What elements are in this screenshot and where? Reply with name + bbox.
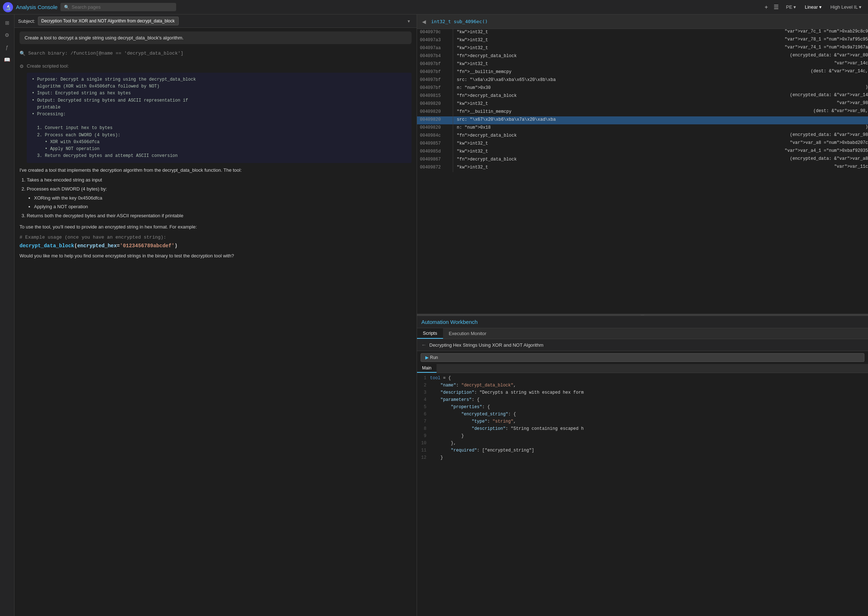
disasm-row[interactable]: 0040979c"kw">int32_t "var">var_7c_1 = "n… bbox=[417, 29, 868, 37]
search-bar[interactable]: 🔍 bbox=[60, 3, 176, 11]
view-tab-pe[interactable]: PE ▾ bbox=[782, 3, 800, 11]
sidebar-icon-grid[interactable]: ⊞ bbox=[2, 17, 13, 28]
line-number: 11 bbox=[417, 448, 430, 454]
subject-select[interactable]: Decryption Tool for XOR and NOT Algorith… bbox=[38, 17, 179, 25]
code-line: 5 "properties": { bbox=[417, 404, 868, 412]
sidebar-icons: ⊞ ⚙ ƒ 📖 bbox=[0, 14, 14, 616]
search-icon: 🔍 bbox=[64, 5, 69, 10]
line-code: tool = { bbox=[430, 376, 868, 382]
disasm-addr: 0040979c bbox=[417, 29, 453, 37]
disasm-row[interactable]: 004097a3"kw">int32_t "var">var_78_1 = "n… bbox=[417, 37, 868, 45]
search-input[interactable] bbox=[72, 4, 173, 10]
disasm-code-text: "kw">int32_t bbox=[453, 101, 837, 108]
disasm-row[interactable]: 004097bf src: "\x6a\x20\xa6\xba\x65\x20\… bbox=[417, 77, 868, 85]
disasm-row[interactable]: 00409820"kw">int32_t "var">var_98 bbox=[417, 101, 868, 108]
disasm-code-text: "kw">int32_t bbox=[453, 37, 785, 45]
disasm-row[interactable]: 004097aa"kw">int32_t "var">var_74_1 = "n… bbox=[417, 45, 868, 53]
play-icon: ▶ bbox=[425, 355, 429, 360]
tab-scripts[interactable]: Scripts bbox=[417, 328, 443, 339]
disasm-addr: 004097bf bbox=[417, 77, 453, 85]
disasm-addr: 0040985d bbox=[417, 148, 453, 156]
param-name: encrypted_hex bbox=[77, 243, 117, 249]
line-number: 9 bbox=[417, 434, 430, 440]
disasm-row[interactable]: 004097b4"fn">decrypt_data_block(encrypte… bbox=[417, 53, 868, 61]
func-name: decrypt_data_block bbox=[19, 243, 74, 249]
line-code: } bbox=[430, 434, 868, 440]
disasm-addr: 004097b4 bbox=[417, 53, 453, 61]
disasm-row[interactable]: 00409815"fn">decrypt_data_block(encrypte… bbox=[417, 93, 868, 101]
tooltip-box: Create a tool to decrypt a single string… bbox=[19, 31, 412, 44]
line-number: 8 bbox=[417, 426, 430, 433]
disasm-addr: 00409820 bbox=[417, 124, 453, 132]
disasm-row[interactable]: 0040985d"kw">int32_t "var">var_a4_1 = "n… bbox=[417, 148, 868, 156]
disasm-code-text: "kw">int32_t bbox=[453, 164, 834, 172]
line-code: "name": "decrypt_data_block", bbox=[430, 383, 868, 389]
line-code: "type": "string", bbox=[430, 419, 868, 426]
disasm-row[interactable]: 00409867"fn">decrypt_data_block(encrypte… bbox=[417, 156, 868, 164]
line-number: 5 bbox=[417, 404, 430, 411]
disasm-addr: 004097bf bbox=[417, 85, 453, 93]
line-number: 12 bbox=[417, 455, 430, 462]
line-number: 2 bbox=[417, 383, 430, 389]
disasm-row[interactable]: 004097bf n: "num">0x30) bbox=[417, 85, 868, 93]
code-line: 1tool = { bbox=[417, 375, 868, 382]
add-button[interactable]: + bbox=[763, 3, 770, 12]
line-number: 3 bbox=[417, 390, 430, 396]
menu-button[interactable]: ☰ bbox=[771, 2, 781, 12]
sidebar-icon-functions[interactable]: ƒ bbox=[2, 42, 13, 53]
run-label: Run bbox=[430, 355, 438, 360]
code-line: 3 "description": "Decrypts a string with… bbox=[417, 390, 868, 397]
tab-execution-monitor[interactable]: Execution Monitor bbox=[443, 328, 492, 339]
run-button[interactable]: ▶ Run bbox=[421, 353, 864, 362]
line-number: 1 bbox=[417, 376, 430, 382]
disasm-code-text: "fn">decrypt_data_block bbox=[453, 132, 790, 140]
scripted-box: • Purpose: Decrypt a single string using… bbox=[27, 73, 412, 163]
prose-1: I've created a tool that implements the … bbox=[19, 167, 412, 220]
disasm-code-text: "kw">int32_t bbox=[453, 140, 790, 148]
top-bar-actions: + ☰ PE ▾ Linear ▾ High Level IL ▾ bbox=[763, 2, 865, 12]
disasm-row[interactable]: 004097bf"fn">__builtin_memcpy(dest: &"va… bbox=[417, 69, 868, 77]
disasm-code-text: "kw">int32_t bbox=[453, 45, 785, 53]
disasm-row[interactable]: 00409820"fn">__builtin_memcpy(dest: &"va… bbox=[417, 108, 868, 116]
sidebar-icon-settings[interactable]: ⚙ bbox=[2, 30, 13, 41]
subject-select-wrap: Decryption Tool for XOR and NOT Algorith… bbox=[38, 17, 413, 25]
code-editor[interactable]: 1tool = {2 "name": "decrypt_data_block",… bbox=[417, 373, 868, 616]
code-line: 12 } bbox=[417, 455, 868, 462]
disasm-code-text: "kw">int32_t bbox=[453, 29, 785, 37]
disasm-row[interactable]: 00409820 n: "num">0x18) bbox=[417, 124, 868, 132]
app-title: Analysis Console bbox=[16, 4, 58, 10]
chat-area[interactable]: Create a tool to decrypt a single string… bbox=[14, 28, 417, 616]
line-number: 7 bbox=[417, 419, 430, 426]
back-button[interactable]: ← bbox=[421, 342, 426, 348]
disasm-row[interactable]: 00409820 src: "\x67\x20\xb6\xba\x7a\x20\… bbox=[417, 116, 868, 124]
disasm-code-text: "fn">decrypt_data_block bbox=[453, 93, 790, 101]
disasm-addr: 00409820 bbox=[417, 116, 453, 124]
disasm-content[interactable]: 0040979c"kw">int32_t "var">var_7c_1 = "n… bbox=[417, 29, 868, 314]
subject-label: Subject: bbox=[18, 19, 35, 24]
disasm-row[interactable]: 0040984c"fn">decrypt_data_block(encrypte… bbox=[417, 132, 868, 140]
code-line: 7 "type": "string", bbox=[417, 419, 868, 426]
line-code: "properties": { bbox=[430, 404, 868, 411]
view-tab-linear[interactable]: Linear ▾ bbox=[801, 3, 826, 11]
prose-sub-item-2: Applying a NOT operation bbox=[34, 203, 412, 211]
disasm-row[interactable]: 004097bf"kw">int32_t "var">var_14c bbox=[417, 61, 868, 69]
disasm-row[interactable]: 00409872"kw">int32_t "var">var_11c bbox=[417, 164, 868, 172]
prose-sub-item-1: XORing with the key 0x4506dfca bbox=[34, 195, 412, 202]
automation-back-label: Decrypting Hex Strings Using XOR and NOT… bbox=[429, 343, 544, 348]
disasm-code-text: src: "\x67\x20\xb6\xba\x7a\x20\xad\xba bbox=[453, 116, 868, 124]
prose-list-item-3: Returns both the decrypted bytes and the… bbox=[27, 212, 412, 220]
view-tab-hlil[interactable]: High Level IL ▾ bbox=[827, 3, 865, 11]
line-code: "description": "String containing escape… bbox=[430, 426, 868, 433]
disasm-addr: 00409820 bbox=[417, 108, 453, 116]
gear-icon-sm: ⚙ bbox=[19, 64, 24, 69]
automation-title: Automation Workbench bbox=[421, 319, 478, 325]
line-number: 6 bbox=[417, 412, 430, 418]
sidebar-icon-book[interactable]: 📖 bbox=[2, 54, 13, 65]
disasm-code-text: "kw">int32_t bbox=[453, 61, 834, 69]
code-line: 9 } bbox=[417, 433, 868, 440]
disasm-row[interactable]: 00409857"kw">int32_t "var">var_a8 = "num… bbox=[417, 140, 868, 148]
gear-line: ⚙ Create scripted tool: bbox=[19, 61, 412, 71]
code-tab-main[interactable]: Main bbox=[417, 364, 437, 373]
line-code: "encrypted_string": { bbox=[430, 412, 868, 418]
disasm-back-btn[interactable]: ◀ bbox=[420, 18, 428, 25]
